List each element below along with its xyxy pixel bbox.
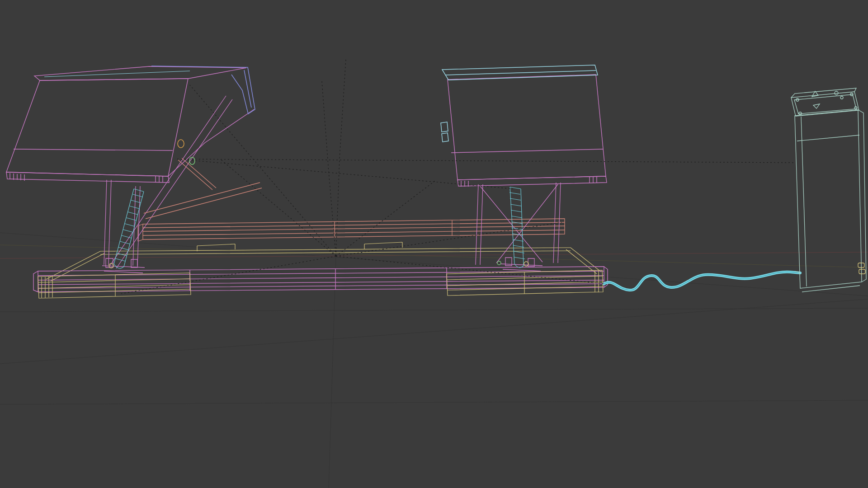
viewport-3d[interactable]: [0, 0, 868, 488]
wireframe-scene: [0, 0, 868, 488]
